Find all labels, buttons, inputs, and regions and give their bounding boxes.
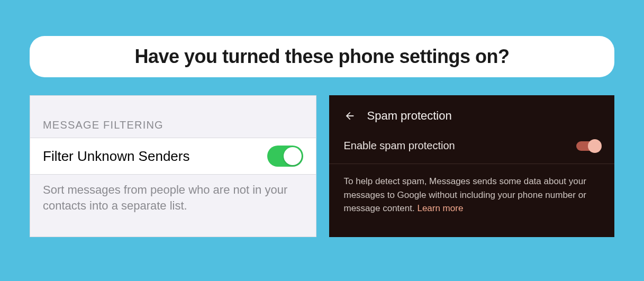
android-header: Spam protection	[329, 95, 615, 134]
back-arrow-icon[interactable]	[344, 110, 356, 122]
android-settings-panel: Spam protection Enable spam protection T…	[329, 95, 615, 237]
android-spam-row[interactable]: Enable spam protection	[329, 134, 615, 164]
ios-section-header: MESSAGE FILTERING	[30, 96, 316, 138]
android-toggle-knob	[588, 139, 602, 153]
android-screen-title: Spam protection	[367, 109, 452, 123]
panels-container: MESSAGE FILTERING Filter Unknown Senders…	[30, 95, 614, 237]
ios-row-label: Filter Unknown Senders	[43, 148, 189, 165]
title-bar: Have you turned these phone settings on?	[30, 36, 614, 77]
ios-toggle[interactable]	[267, 146, 303, 167]
android-desc-text: To help detect spam, Messages sends some…	[344, 176, 586, 213]
learn-more-link[interactable]: Learn more	[417, 203, 463, 213]
ios-filter-row[interactable]: Filter Unknown Senders	[30, 138, 316, 175]
android-description: To help detect spam, Messages sends some…	[329, 164, 615, 233]
page-title: Have you turned these phone settings on?	[44, 46, 600, 68]
android-row-label: Enable spam protection	[344, 140, 455, 152]
ios-toggle-knob	[284, 147, 302, 165]
ios-settings-panel: MESSAGE FILTERING Filter Unknown Senders…	[30, 95, 316, 237]
ios-description: Sort messages from people who are not in…	[30, 175, 316, 237]
android-toggle[interactable]	[576, 141, 600, 151]
